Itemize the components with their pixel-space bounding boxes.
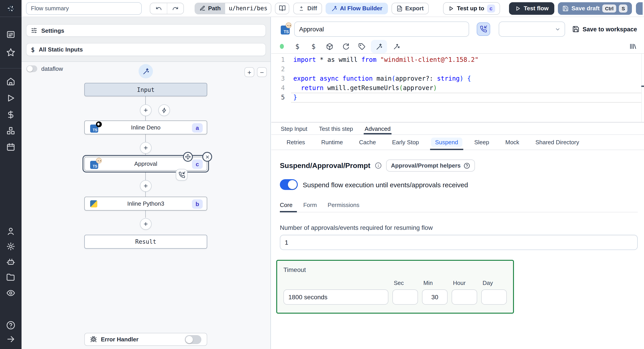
help-question-icon[interactable] — [6, 321, 15, 330]
subtab-runtime[interactable]: Runtime — [315, 135, 349, 150]
step-name-input[interactable] — [294, 21, 469, 37]
add-step-button[interactable] — [140, 142, 152, 154]
test-up-to-button[interactable]: Test up to c — [443, 2, 500, 14]
node-result[interactable]: Result — [84, 235, 207, 249]
suspend-phone-badge[interactable] — [176, 169, 188, 181]
workers-robot-icon[interactable] — [6, 258, 15, 267]
error-handler-toggle[interactable] — [185, 335, 201, 344]
package-button[interactable] — [322, 40, 337, 52]
redo-button[interactable] — [167, 3, 184, 14]
node-inline-python3[interactable]: Inline Python3 b — [84, 197, 207, 211]
move-step-button[interactable] — [183, 152, 193, 162]
node-inline-deno[interactable]: TS Inline Deno a — [84, 120, 207, 134]
format-tag-button[interactable] — [355, 40, 369, 52]
zap-icon — [161, 107, 167, 113]
approval-prompt-helpers-button[interactable]: Approval/Prompt helpers — [386, 159, 475, 172]
add-step-button[interactable] — [140, 180, 152, 192]
sec-input[interactable] — [392, 289, 418, 305]
resources-boxes-icon[interactable] — [6, 126, 15, 135]
runs-play-icon[interactable] — [6, 94, 15, 103]
tab-core[interactable]: Core — [280, 199, 299, 212]
users-person-icon[interactable] — [6, 227, 15, 236]
add-variable-button[interactable]: $ — [290, 40, 304, 52]
tab-permissions[interactable]: Permissions — [328, 199, 366, 212]
suspend-toggle-on[interactable] — [280, 179, 298, 190]
expand-arrow-icon[interactable] — [6, 335, 15, 344]
subtab-mock[interactable]: Mock — [500, 135, 525, 150]
add-resource-button[interactable]: $ — [306, 40, 321, 52]
code-editor[interactable]: 1 2 3 4 5 import * as wmill from "windmi… — [271, 54, 644, 123]
zoom-in-button[interactable]: + — [244, 67, 254, 77]
path-value: u/henri/bes — [225, 3, 271, 14]
node-input[interactable]: Input — [84, 83, 207, 96]
line-number-active: 5 — [271, 93, 285, 102]
tab-form[interactable]: Form — [303, 199, 323, 212]
suspend-subtabs: Core Form Permissions — [280, 199, 638, 212]
zoom-out-button[interactable]: − — [257, 67, 267, 77]
tab-step-input[interactable]: Step Input — [281, 123, 308, 134]
flow-summary-input[interactable] — [26, 2, 142, 14]
ai-clear-button[interactable] — [389, 40, 403, 52]
info-icon[interactable] — [375, 162, 382, 169]
add-trigger-button[interactable] — [158, 104, 170, 116]
error-handler-row[interactable]: Error Handler — [84, 333, 207, 346]
workspace-settings-gear-icon[interactable] — [6, 242, 15, 251]
phone-incoming-icon — [178, 171, 185, 178]
subtab-suspend[interactable]: Suspend — [429, 135, 464, 150]
ai-assistant-bubble[interactable] — [138, 64, 153, 78]
variables-dollar-icon[interactable] — [6, 110, 15, 119]
save-draft-button[interactable]: Save draft Ctrl S — [558, 2, 632, 14]
schedules-calendar-icon[interactable] — [6, 142, 15, 151]
add-step-button[interactable] — [140, 104, 152, 116]
line-number: 3 — [271, 74, 285, 83]
windmill-logo[interactable] — [0, 0, 22, 17]
editor-overview-ruler[interactable] — [641, 54, 644, 122]
line-number: 4 — [271, 83, 285, 93]
reload-button[interactable] — [338, 40, 353, 52]
dataflow-toggle[interactable] — [26, 65, 37, 72]
export-button[interactable]: Export — [391, 2, 428, 14]
min-input[interactable] — [422, 289, 448, 305]
save-to-workspace-button[interactable]: Save to workspace — [572, 25, 637, 33]
step-detail-panel: TS Save to workspace $ $ — [271, 17, 644, 349]
magic-wand-off-icon — [392, 43, 400, 50]
diff-button[interactable]: Diff — [294, 2, 322, 14]
favorites-star-icon[interactable] — [6, 48, 15, 57]
topbar: Path u/henri/bes Diff AI Flow Builder Ex… — [22, 0, 644, 17]
step-id-badge: b — [192, 199, 203, 209]
all-static-inputs-row[interactable]: $ All Static Inputs — [26, 43, 266, 56]
delete-step-button[interactable] — [202, 152, 212, 162]
step-header: TS Save to workspace — [281, 20, 644, 38]
script-version-select[interactable] — [499, 21, 565, 37]
approvals-required-input[interactable] — [280, 235, 638, 250]
add-step-button[interactable] — [140, 218, 152, 230]
subtab-early-stop[interactable]: Early Stop — [386, 135, 425, 150]
subtab-cache[interactable]: Cache — [353, 135, 382, 150]
flow-settings-row[interactable]: Settings — [26, 24, 266, 37]
ai-generate-button[interactable] — [371, 40, 387, 53]
hour-input[interactable] — [452, 289, 477, 305]
audit-logs-eye-icon[interactable] — [6, 289, 15, 298]
dataflow-label: dataflow — [41, 65, 63, 72]
ai-flow-builder-button[interactable]: AI Flow Builder — [326, 2, 388, 14]
code-line: import * as wmill from "windmill-client@… — [293, 55, 640, 64]
deploy-button-partial[interactable] — [636, 2, 643, 14]
docs-book-button[interactable] — [275, 2, 290, 14]
library-button[interactable] — [629, 42, 637, 50]
rotate-refresh-icon — [342, 43, 349, 50]
apps-icon[interactable] — [6, 30, 15, 39]
subtab-shared-directory[interactable]: Shared Directory — [530, 135, 585, 150]
day-input[interactable] — [481, 289, 507, 305]
home-icon[interactable] — [6, 77, 15, 86]
path-button[interactable]: Path u/henri/bes — [195, 2, 272, 14]
subtab-retries[interactable]: Retries — [281, 135, 311, 150]
undo-button[interactable] — [150, 3, 167, 14]
folders-icon[interactable] — [6, 273, 15, 282]
test-flow-button[interactable]: Test flow — [509, 2, 554, 14]
tab-test-this-step[interactable]: Test this step — [319, 123, 353, 134]
timeout-seconds-input[interactable] — [284, 289, 388, 305]
tab-advanced[interactable]: Advanced — [364, 123, 390, 134]
suspend-phone-button[interactable] — [477, 22, 490, 36]
step-tabs: Step Input Test this step Advanced — [271, 123, 644, 135]
subtab-sleep[interactable]: Sleep — [468, 135, 495, 150]
